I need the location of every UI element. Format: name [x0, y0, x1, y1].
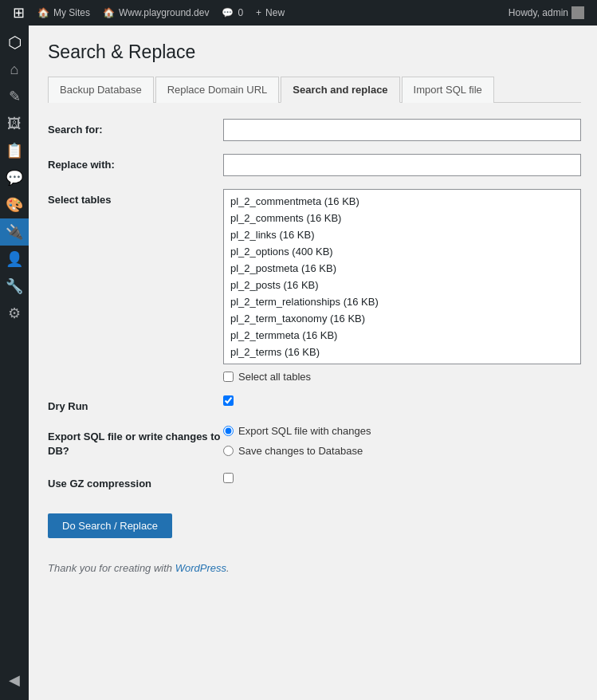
- tab-replace-domain-url[interactable]: Replace Domain URL: [155, 77, 280, 103]
- sidebar-icon-pages[interactable]: 📋: [0, 137, 29, 164]
- export-option2-row: Save changes to Database: [223, 445, 581, 457]
- page-title: Search & Replace: [48, 41, 581, 63]
- new-item[interactable]: + New: [249, 0, 291, 26]
- wp-logo-icon: ⊞: [13, 4, 25, 22]
- search-replace-form: Search for: Replace with: Select tables: [48, 119, 581, 574]
- select-tables-field: pl_2_commentmeta (16 KB)pl_2_comments (1…: [223, 189, 581, 383]
- dry-run-label: Dry Run: [48, 395, 223, 412]
- sidebar-icon-wp[interactable]: ⬡: [0, 29, 29, 56]
- admin-right-area: Howdy, admin: [502, 6, 591, 19]
- export-label: Export SQL file or write changes to DB?: [48, 425, 223, 458]
- export-field: Export SQL file with changes Save change…: [223, 425, 581, 460]
- table-list-item[interactable]: pl_2_links (16 KB): [224, 226, 580, 243]
- replace-with-row: Replace with:: [48, 154, 581, 176]
- table-list-item[interactable]: pl_2_termmeta (16 KB): [224, 327, 580, 344]
- save-db-radio[interactable]: [223, 446, 234, 456]
- footer-text-after: .: [226, 562, 230, 574]
- my-sites-item[interactable]: 🏠 My Sites: [31, 0, 96, 26]
- dry-run-checkbox[interactable]: [223, 395, 234, 406]
- replace-with-input[interactable]: [223, 154, 581, 176]
- table-list-item[interactable]: pl_2_comments (16 KB): [224, 210, 580, 226]
- gz-field: [223, 473, 581, 486]
- replace-with-label: Replace with:: [48, 154, 223, 171]
- select-all-checkbox[interactable]: [223, 372, 234, 382]
- export-row: Export SQL file or write changes to DB? …: [48, 425, 581, 460]
- search-for-input[interactable]: [223, 119, 581, 141]
- sidebar-icon-media[interactable]: 🖼: [0, 110, 29, 137]
- howdy-label: Howdy, admin: [509, 7, 568, 18]
- footer-text-before: Thank you for creating with: [48, 562, 175, 574]
- wp-logo-item[interactable]: ⊞: [6, 0, 31, 26]
- export-option1-row: Export SQL file with changes: [223, 425, 581, 437]
- dry-run-row: Dry Run: [48, 395, 581, 412]
- table-list-item[interactable]: pl_2_commentmeta (16 KB): [224, 193, 580, 210]
- export-radio-group: Export SQL file with changes Save change…: [223, 425, 581, 460]
- table-list-item[interactable]: pl_2_posts (16 KB): [224, 277, 580, 293]
- new-icon: +: [256, 7, 261, 18]
- gz-checkbox[interactable]: [223, 473, 234, 483]
- comments-item[interactable]: 💬 0: [215, 0, 249, 26]
- search-for-row: Search for:: [48, 119, 581, 141]
- sidebar-icon-tools[interactable]: 🔧: [0, 273, 29, 300]
- sidebar-icon-users[interactable]: 👤: [0, 246, 29, 273]
- table-list-item[interactable]: pl_2_term_taxonomy (16 KB): [224, 310, 580, 327]
- sidebar: ⬡ ⌂ ✎ 🖼 📋 💬 🎨 🔌 👤 🔧 ⚙ ◀: [0, 26, 29, 700]
- table-list-item[interactable]: pl_2_options (400 KB): [224, 243, 580, 260]
- sidebar-icon-dashboard[interactable]: ⌂: [0, 56, 29, 83]
- sidebar-icon-plugins[interactable]: 🔌: [0, 218, 29, 246]
- tables-list[interactable]: pl_2_commentmeta (16 KB)pl_2_comments (1…: [223, 189, 581, 364]
- site-name-label: Www.playground.dev: [119, 7, 209, 18]
- tab-search-and-replace[interactable]: Search and replace: [281, 77, 399, 103]
- export-sql-radio[interactable]: [223, 426, 234, 436]
- table-list-item[interactable]: pl_2_postmeta (16 KB): [224, 260, 580, 277]
- button-row: Do Search / Replace: [48, 513, 581, 538]
- main-content: Search & Replace Backup Database Replace…: [29, 26, 597, 700]
- tab-import-sql-file[interactable]: Import SQL file: [402, 77, 494, 103]
- wp-layout: ⬡ ⌂ ✎ 🖼 📋 💬 🎨 🔌 👤 🔧 ⚙ ◀ Search & Replace…: [0, 26, 597, 700]
- table-list-item[interactable]: pl_2_terms (16 KB): [224, 344, 580, 360]
- site-name-icon: 🏠: [103, 7, 115, 18]
- select-all-label: Select all tables: [238, 371, 311, 383]
- gz-row: Use GZ compression: [48, 473, 581, 490]
- admin-bar: ⊞ 🏠 My Sites 🏠 Www.playground.dev 💬 0 + …: [0, 0, 597, 26]
- tab-bar: Backup Database Replace Domain URL Searc…: [48, 76, 581, 103]
- admin-avatar: [571, 6, 584, 19]
- wordpress-link[interactable]: WordPress: [175, 562, 226, 574]
- search-for-label: Search for:: [48, 119, 223, 136]
- export-option1-label: Export SQL file with changes: [238, 425, 371, 437]
- my-sites-icon: 🏠: [37, 7, 49, 18]
- sidebar-icon-comments[interactable]: 💬: [0, 164, 29, 191]
- sidebar-icon-posts[interactable]: ✎: [0, 83, 29, 110]
- my-sites-label: My Sites: [53, 7, 90, 18]
- select-tables-label: Select tables: [48, 189, 223, 206]
- gz-label: Use GZ compression: [48, 473, 223, 490]
- dry-run-field: [223, 395, 581, 408]
- new-label: New: [265, 7, 285, 18]
- do-search-replace-button[interactable]: Do Search / Replace: [48, 513, 172, 538]
- comments-icon: 💬: [222, 7, 234, 18]
- export-option2-label: Save changes to Database: [238, 445, 363, 457]
- select-tables-row: Select tables pl_2_commentmeta (16 KB)pl…: [48, 189, 581, 383]
- site-name-item[interactable]: 🏠 Www.playground.dev: [96, 0, 215, 26]
- sidebar-icon-settings[interactable]: ⚙: [0, 300, 29, 327]
- sidebar-icon-appearance[interactable]: 🎨: [0, 191, 29, 218]
- replace-with-field: [223, 154, 581, 176]
- select-all-row: Select all tables: [223, 371, 581, 383]
- search-for-field: [223, 119, 581, 141]
- footer-text: Thank you for creating with WordPress.: [48, 562, 581, 574]
- comments-count: 0: [238, 7, 243, 18]
- tab-backup-database[interactable]: Backup Database: [48, 77, 154, 103]
- sidebar-icon-collapse[interactable]: ◀: [0, 667, 29, 694]
- table-list-item[interactable]: pl_2_term_relationships (16 KB): [224, 293, 580, 310]
